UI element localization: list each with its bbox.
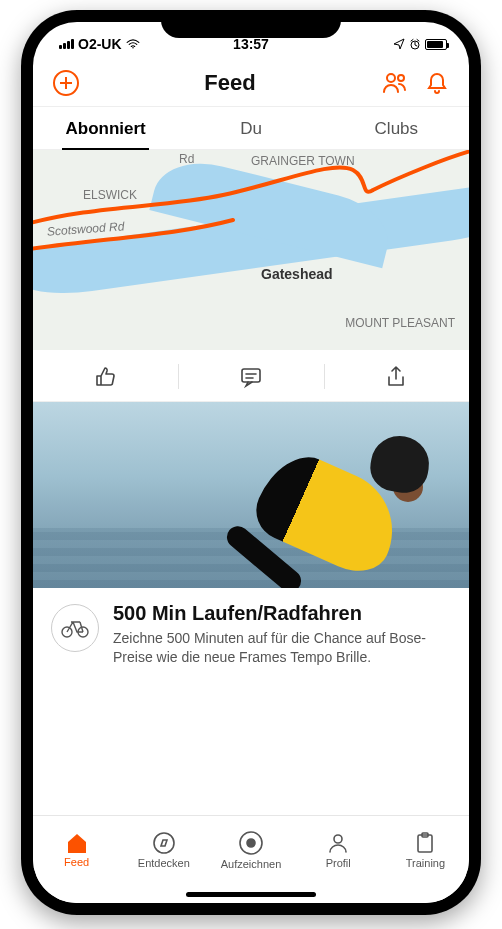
kudos-button[interactable] [33, 352, 178, 401]
home-icon [65, 832, 89, 854]
nav-profile[interactable]: Profil [295, 816, 382, 883]
nav-record-label: Aufzeichnen [221, 858, 282, 870]
notifications-button[interactable] [425, 71, 449, 95]
bottom-nav: Feed Entdecken Aufzeichnen Profil Traini… [33, 815, 469, 903]
activity-map[interactable]: ELSWICK Scotswood Rd GRAINGER TOWN Rd Ga… [33, 150, 469, 350]
nav-profile-label: Profil [326, 857, 351, 869]
svg-point-2 [387, 74, 395, 82]
svg-point-9 [247, 839, 255, 847]
nav-feed[interactable]: Feed [33, 816, 120, 883]
map-label-gateshead: Gateshead [261, 266, 333, 282]
nav-discover[interactable]: Entdecken [120, 816, 207, 883]
promo-card[interactable]: 500 Min Laufen/Radfahren Zeichne 500 Min… [33, 588, 469, 685]
nav-feed-label: Feed [64, 856, 89, 868]
map-label-mount: MOUNT PLEASANT [345, 316, 455, 330]
app-header: Feed [33, 66, 469, 107]
nav-record[interactable]: Aufzeichnen [207, 816, 294, 883]
compass-icon [152, 831, 176, 855]
tab-clubs[interactable]: Clubs [324, 107, 469, 149]
nav-training[interactable]: Training [382, 816, 469, 883]
location-icon [393, 38, 405, 50]
map-label-elswick: ELSWICK [83, 188, 137, 202]
svg-point-10 [334, 835, 342, 843]
clipboard-icon [413, 831, 437, 855]
thumbs-up-icon [94, 365, 118, 389]
carrier-label: O2-UK [78, 36, 122, 52]
tab-subscribed[interactable]: Abonniert [33, 107, 178, 149]
home-indicator [186, 892, 316, 897]
record-icon [238, 830, 264, 856]
map-label-rd: Rd [179, 152, 194, 166]
svg-point-7 [154, 833, 174, 853]
wifi-icon [126, 39, 140, 49]
friends-button[interactable] [381, 71, 409, 95]
cyclist-illustration [219, 428, 439, 588]
promo-title: 500 Min Laufen/Radfahren [113, 602, 451, 625]
nav-training-label: Training [406, 857, 445, 869]
promo-image[interactable] [33, 402, 469, 588]
screen: O2-UK 13:57 Feed [33, 22, 469, 903]
clock-label: 13:57 [233, 36, 269, 52]
activity-actions [33, 352, 469, 402]
promo-body-text: Zeichne 500 Minuten auf für die Chance a… [113, 629, 451, 667]
add-button[interactable] [53, 70, 79, 96]
share-button[interactable] [324, 352, 469, 401]
comment-icon [239, 365, 263, 389]
feed-tabs: Abonniert Du Clubs [33, 107, 469, 150]
tab-you[interactable]: Du [178, 107, 323, 149]
signal-icon [59, 39, 74, 49]
svg-point-3 [398, 75, 404, 81]
svg-point-0 [132, 47, 134, 49]
nav-discover-label: Entdecken [138, 857, 190, 869]
map-label-grainger: GRAINGER TOWN [251, 154, 355, 168]
svg-rect-4 [242, 369, 260, 382]
bicycle-icon [51, 604, 99, 652]
alarm-icon [409, 38, 421, 50]
page-title: Feed [204, 70, 255, 96]
battery-icon [425, 39, 447, 50]
share-icon [385, 365, 407, 389]
phone-frame: O2-UK 13:57 Feed [21, 10, 481, 915]
profile-icon [326, 831, 350, 855]
notch [161, 10, 341, 38]
comment-button[interactable] [178, 352, 323, 401]
